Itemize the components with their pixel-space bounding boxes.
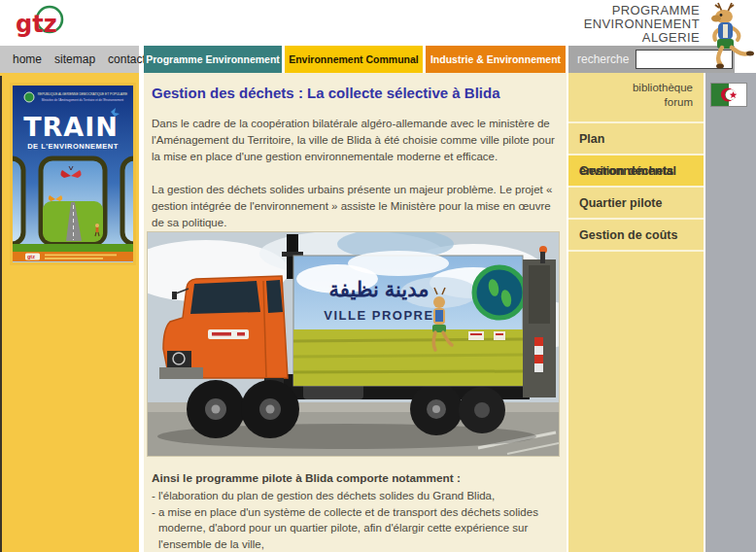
program-title-line: ENVIRONNEMENT (584, 17, 700, 31)
right-gray-column (705, 73, 756, 552)
truck-cab (159, 276, 288, 386)
tab-environnement-communal[interactable]: Environnement Communal (285, 46, 423, 73)
poster-gov-line1: REPUBLIQUE ALGERIENNE DEMOCRATIQUE ET PO… (38, 92, 128, 96)
sidebar-item-gestion-de-couts[interactable]: Gestion de coûts (568, 220, 704, 252)
sidebar-links: bibliothèque forum (633, 81, 693, 110)
program-title: PROGRAMME ENVIRONNEMENT ALGERIE (584, 4, 700, 45)
intro-paragraph: Dans le cadre de la coopération bilatéra… (152, 116, 561, 165)
truck-mural: مدينة نظيفة VILLE PROPRE (293, 251, 525, 386)
truck-caption: VILLE PROPRE (324, 308, 433, 323)
program-title-line: PROGRAMME (584, 4, 700, 17)
algeria-flag-icon (710, 83, 747, 107)
poster-gtz-text: gtz (27, 254, 35, 259)
mural-logo-icon (474, 267, 525, 318)
nav-sitemap[interactable]: sitemap (54, 52, 95, 66)
gtz-logo-icon[interactable]: gtz (13, 4, 69, 43)
main-nav: home sitemap contact Programme Environne… (0, 46, 756, 73)
search-label: recherche (577, 52, 629, 66)
poster-subtitle: DE L'ENVIRONNEMENT (27, 142, 119, 151)
window-left-edge (0, 76, 2, 552)
sidebar-menu: Plan environnemental Gestion déchets Qua… (568, 121, 704, 252)
sidebar-item-quartier-pilote[interactable]: Quartier pilote (568, 188, 704, 220)
page-title: Gestion des déchets : La collecte sélect… (152, 85, 564, 101)
link-forum[interactable]: forum (633, 95, 693, 110)
nav-home[interactable]: home (13, 52, 42, 66)
utility-nav: home sitemap contact (0, 46, 139, 73)
list-item: - a mise en place d'un système de collec… (152, 504, 564, 552)
page-header: gtz PROGRAMME ENVIRONNEMENT ALGERIE (0, 0, 756, 46)
truck-arabic-caption: مدينة نظيفة (329, 278, 430, 300)
train-environnement-poster: REPUBLIQUE ALGERIENNE DEMOCRATIQUE ET PO… (10, 83, 136, 265)
link-bibliotheque[interactable]: bibliothèque (633, 81, 693, 95)
list-item: - l'élaboration du plan de gestion des d… (152, 488, 564, 504)
sidebar-item-gestion-dechets[interactable]: Gestion déchets (568, 155, 704, 188)
program-title-line: ALGERIE (584, 31, 700, 45)
left-sidebar: REPUBLIQUE ALGERIENNE DEMOCRATIQUE ET PO… (0, 73, 139, 552)
nav-contact[interactable]: contact (108, 52, 146, 66)
main-content: Gestion des déchets : La collecte sélect… (144, 73, 567, 552)
programme-list: - l'élaboration du plan de gestion des d… (152, 488, 564, 552)
truck-rear-assembly (523, 246, 556, 397)
list-heading: Ainsi le programme pilote à Blida compor… (152, 471, 564, 485)
gazelle-mascot-icon (704, 2, 755, 72)
context-paragraph: La gestion des déchets solides urbains p… (152, 182, 561, 231)
poster-title: TRAIN (23, 112, 119, 142)
poster-gov-line2: Ministère de l'Aménagement du Territoire… (42, 98, 123, 102)
garbage-truck-photo: مدينة نظيفة VILLE PROPRE (147, 231, 560, 457)
sidebar-item-plan-environnemental[interactable]: Plan environnemental (568, 123, 704, 155)
tab-industrie-environnement[interactable]: Industrie & Environnement (426, 46, 566, 73)
tab-programme-environnement[interactable]: Programme Environnement (144, 46, 282, 73)
gtz-logo-text: gtz (16, 11, 57, 38)
right-sidebar: bibliothèque forum Plan environnemental … (568, 73, 704, 552)
